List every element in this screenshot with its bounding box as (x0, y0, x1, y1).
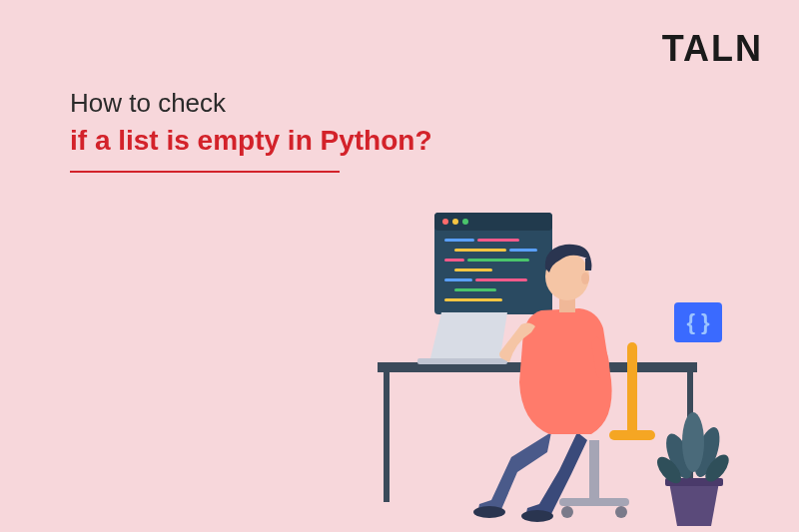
svg-rect-14 (454, 288, 496, 291)
svg-rect-25 (559, 498, 629, 506)
svg-text:{ }: { } (686, 309, 710, 334)
svg-point-32 (581, 272, 589, 284)
svg-rect-24 (589, 440, 599, 502)
svg-rect-19 (384, 372, 390, 502)
braces-badge-icon: { } (674, 302, 722, 342)
plant-icon (653, 412, 734, 526)
laptop-icon (417, 312, 507, 364)
svg-point-3 (452, 219, 458, 225)
svg-rect-21 (417, 358, 507, 364)
brand-logo: TALN (662, 28, 763, 70)
svg-rect-9 (444, 259, 464, 262)
svg-rect-7 (454, 249, 506, 252)
svg-rect-8 (509, 249, 537, 252)
svg-point-27 (615, 506, 627, 518)
developer-illustration: { } (360, 203, 759, 532)
svg-point-36 (682, 412, 704, 472)
svg-rect-15 (444, 298, 502, 301)
svg-rect-10 (467, 259, 529, 262)
heading-intro: How to check (70, 88, 432, 119)
code-monitor-icon (434, 213, 552, 314)
svg-rect-5 (444, 239, 474, 242)
svg-rect-6 (477, 239, 519, 242)
article-heading: How to check if a list is empty in Pytho… (70, 88, 432, 173)
heading-underline (70, 171, 340, 173)
svg-rect-23 (609, 430, 655, 440)
svg-rect-11 (454, 268, 492, 271)
svg-rect-12 (444, 278, 472, 281)
svg-point-29 (521, 510, 553, 522)
svg-rect-1 (434, 213, 552, 231)
svg-point-4 (462, 219, 468, 225)
svg-point-26 (561, 506, 573, 518)
heading-main: if a list is empty in Python? (70, 125, 432, 157)
svg-rect-13 (475, 278, 527, 281)
svg-point-2 (442, 219, 448, 225)
svg-rect-22 (627, 342, 637, 437)
svg-point-28 (473, 506, 505, 518)
